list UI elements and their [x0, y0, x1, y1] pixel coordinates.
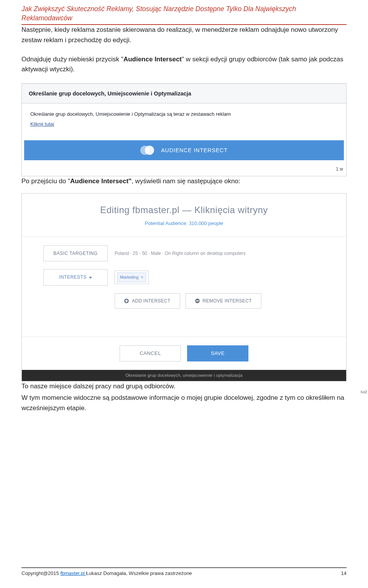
interest-chip: Marketing ×: [117, 273, 146, 282]
paragraph-2: Odnajduję duży niebieski przycisk "Audie…: [21, 54, 347, 75]
screenshot-edit-modal: Editing fbmaster.pl — Kliknięcia witryny…: [21, 193, 347, 381]
remove-intersect-label: REMOVE INTERSECT: [203, 297, 252, 305]
basic-targeting-button[interactable]: BASIC TARGETING: [43, 245, 108, 262]
intersect-icon: [140, 145, 156, 155]
obscured-footer-bar: Okresianie grup docelowych, umiejscowien…: [22, 370, 346, 381]
fb-panel-link[interactable]: Kliknij tutaj: [30, 120, 54, 128]
targeting-summary: Poland · 25 - 50 · Male · On Right colum…: [115, 250, 246, 257]
bold-term: Audience Intersect: [123, 56, 182, 63]
remove-intersect-button[interactable]: REMOVE INTERSECT: [186, 293, 261, 309]
interests-dropdown[interactable]: INTERESTS: [43, 269, 108, 286]
interest-tag-input[interactable]: Marketing ×: [115, 271, 149, 284]
audience-intersect-label: AUDIENCE INTERSECT: [161, 146, 228, 155]
edit-modal-body: BASIC TARGETING Poland · 25 - 50 · Male …: [22, 237, 346, 337]
document-footer: Copyright@2015 fbmaster.pl Łukasz Domaga…: [21, 567, 347, 577]
document-header: Jak Zwiększyć Skuteczność Reklamy, Stosu…: [21, 0, 347, 25]
plus-icon: [124, 299, 129, 303]
cropped-bg-text: kaž: [361, 389, 367, 395]
interests-label: INTERESTS: [59, 274, 87, 280]
document-title: Jak Zwiększyć Skuteczność Reklamy, Stosu…: [21, 5, 347, 23]
fb-panel-desc: Określanie grup docelowych, Umiejscowien…: [30, 110, 338, 118]
cancel-button[interactable]: CANCEL: [120, 345, 181, 361]
chip-label: Marketing: [120, 274, 138, 281]
chevron-down-icon: [89, 277, 92, 279]
paragraph-1: Następnie, kiedy reklama zostanie skiero…: [21, 25, 347, 45]
copyright: Copyright@2015 fbmaster.pl Łukasz Domaga…: [21, 570, 192, 577]
row-basic-targeting: BASIC TARGETING Poland · 25 - 50 · Male …: [43, 245, 325, 262]
footer-link[interactable]: fbmaster.pl: [60, 570, 86, 576]
add-intersect-button[interactable]: ADD INTERSECT: [115, 293, 180, 309]
audience-intersect-button[interactable]: AUDIENCE INTERSECT: [24, 140, 344, 160]
edit-modal-title: Editing fbmaster.pl — Kliknięcia witryny: [26, 203, 342, 217]
row-interests: INTERESTS Marketing ×: [43, 269, 325, 286]
bold-term: Audience Intersect": [70, 177, 131, 185]
minus-icon: [195, 299, 200, 303]
paragraph-4: To nasze miejsce dalszej pracy nad grupą…: [21, 381, 347, 391]
cropped-text: 1 w: [22, 164, 346, 176]
text: Copyright@2015: [21, 570, 60, 576]
fb-panel-heading: Określanie grup docelowych, Umiejscowien…: [22, 84, 346, 103]
screenshot-fb-panel: Określanie grup docelowych, Umiejscowien…: [21, 83, 347, 176]
edit-modal-footer: CANCEL SAVE: [22, 337, 346, 370]
fb-panel-body: Określanie grup docelowych, Umiejscowien…: [22, 103, 346, 138]
intersect-actions: ADD INTERSECT REMOVE INTERSECT: [115, 293, 325, 309]
text: Łukasz Domagała, Wszelkie prawa zastrzeż…: [86, 570, 192, 576]
add-intersect-label: ADD INTERSECT: [132, 297, 171, 305]
edit-modal-header: Editing fbmaster.pl — Kliknięcia witryny…: [22, 194, 346, 237]
page-number: 14: [341, 570, 347, 577]
edit-modal-subtitle: Potential Audience: 310,000 people: [26, 220, 342, 227]
text: Po przejściu do ": [21, 177, 70, 185]
text: Odnajduję duży niebieski przycisk ": [21, 56, 123, 63]
text: , wyświetli nam się następujące okno:: [131, 177, 240, 185]
paragraph-5: W tym momencie widoczne są podstawowe in…: [21, 393, 347, 413]
paragraph-3: Po przejściu do "Audience Intersect", wy…: [21, 176, 347, 186]
close-icon[interactable]: ×: [141, 274, 143, 281]
save-button[interactable]: SAVE: [187, 345, 248, 361]
